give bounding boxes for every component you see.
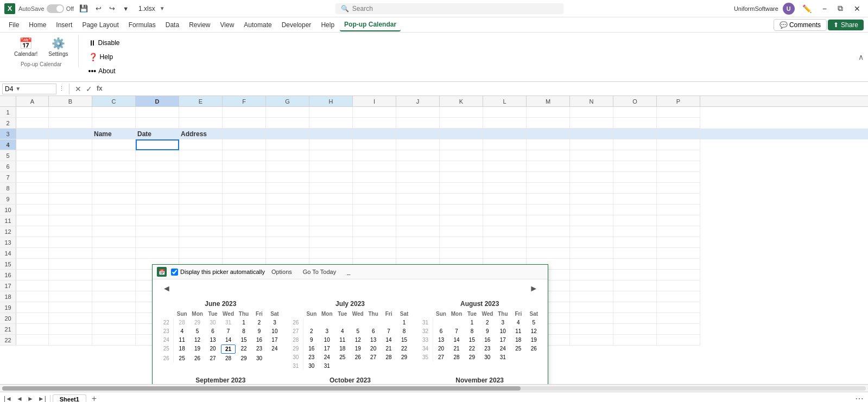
menu-automate[interactable]: Automate xyxy=(239,19,276,31)
col-header-i[interactable]: I xyxy=(353,96,396,106)
row-num-3[interactable]: 3 xyxy=(0,129,16,139)
cell-d1[interactable] xyxy=(136,107,179,118)
more-options-icon[interactable]: ⋮ xyxy=(59,85,65,92)
cell-j3[interactable] xyxy=(396,129,440,139)
col-header-f[interactable]: F xyxy=(223,96,266,106)
cell-a1[interactable] xyxy=(16,107,49,118)
cell-d3[interactable]: Date xyxy=(136,129,179,139)
cell-a3[interactable] xyxy=(16,129,49,139)
nav-next-sheet[interactable]: ► xyxy=(26,395,35,403)
menu-review[interactable]: Review xyxy=(185,19,214,31)
help-button[interactable]: ❓ Help xyxy=(85,51,123,63)
col-header-a[interactable]: A xyxy=(16,96,49,106)
menu-page-layout[interactable]: Page Layout xyxy=(78,19,123,31)
col-header-c[interactable]: C xyxy=(92,96,136,106)
menu-popup-calendar[interactable]: Pop-up Calendar xyxy=(340,18,401,31)
menu-file[interactable]: File xyxy=(4,19,23,31)
cell-j2[interactable] xyxy=(396,118,440,129)
cell-c2[interactable] xyxy=(92,118,136,129)
col-header-k[interactable]: K xyxy=(440,96,483,106)
col-header-m[interactable]: M xyxy=(527,96,570,106)
user-avatar[interactable]: U xyxy=(783,3,795,15)
today-cell-june[interactable]: 21 xyxy=(221,344,236,354)
calendar-button[interactable]: 📅 Calendar! xyxy=(11,35,41,59)
menu-developer[interactable]: Developer xyxy=(277,19,316,31)
share-button[interactable]: ⬆ Share xyxy=(828,20,864,30)
cell-i1[interactable] xyxy=(353,107,396,118)
cell-e3[interactable]: Address xyxy=(179,129,223,139)
prev-month-button[interactable]: ◄ xyxy=(159,284,174,293)
quick-access-more[interactable]: ▼ xyxy=(121,4,131,13)
cell-n3[interactable] xyxy=(570,129,613,139)
display-auto-input[interactable] xyxy=(171,269,178,276)
cell-c4[interactable] xyxy=(92,139,136,150)
cell-p3[interactable] xyxy=(657,129,700,139)
menu-home[interactable]: Home xyxy=(24,19,50,31)
cell-n1[interactable] xyxy=(570,107,613,118)
cell-m3[interactable] xyxy=(527,129,570,139)
col-header-l[interactable]: L xyxy=(483,96,527,106)
comments-button[interactable]: 💬 Comments xyxy=(774,19,827,31)
cell-m1[interactable] xyxy=(527,107,570,118)
minimize-picker-button[interactable]: _ xyxy=(343,267,354,276)
about-button[interactable]: ••• About xyxy=(85,65,123,77)
col-header-h[interactable]: H xyxy=(309,96,353,106)
pen-icon[interactable]: ✏️ xyxy=(799,2,815,15)
search-input[interactable] xyxy=(352,5,558,12)
cell-l1[interactable] xyxy=(483,107,527,118)
row-num-2[interactable]: 2 xyxy=(0,118,16,129)
cell-k1[interactable] xyxy=(440,107,483,118)
col-header-d[interactable]: D xyxy=(136,96,179,106)
cell-o1[interactable] xyxy=(613,107,657,118)
confirm-icon[interactable]: ✓ xyxy=(85,85,93,93)
cell-k4[interactable] xyxy=(440,139,483,150)
cell-k2[interactable] xyxy=(440,118,483,129)
cell-e1[interactable] xyxy=(179,107,223,118)
add-sheet-button[interactable]: + xyxy=(87,393,101,403)
name-box[interactable]: D4 ▼ xyxy=(2,84,56,94)
cell-a2[interactable] xyxy=(16,118,49,129)
cell-h4[interactable] xyxy=(309,139,353,150)
col-header-b[interactable]: B xyxy=(49,96,92,106)
save-button[interactable]: 💾 xyxy=(77,3,90,14)
minimize-button[interactable]: − xyxy=(819,2,830,15)
cell-g3[interactable] xyxy=(266,129,309,139)
cell-f2[interactable] xyxy=(223,118,266,129)
cell-l2[interactable] xyxy=(483,118,527,129)
cell-n2[interactable] xyxy=(570,118,613,129)
cell-o2[interactable] xyxy=(613,118,657,129)
cell-b1[interactable] xyxy=(49,107,92,118)
cell-l3[interactable] xyxy=(483,129,527,139)
menu-data[interactable]: Data xyxy=(161,19,183,31)
scroll-track[interactable] xyxy=(2,386,866,391)
cell-i2[interactable] xyxy=(353,118,396,129)
menu-formulas[interactable]: Formulas xyxy=(124,19,160,31)
name-box-chevron[interactable]: ▼ xyxy=(15,86,21,92)
col-header-p[interactable]: P xyxy=(657,96,700,106)
col-header-o[interactable]: O xyxy=(613,96,657,106)
cell-e2[interactable] xyxy=(179,118,223,129)
cell-f3[interactable] xyxy=(223,129,266,139)
cell-d4[interactable]: 📅 xyxy=(136,139,179,150)
menu-insert[interactable]: Insert xyxy=(52,19,77,31)
cancel-icon[interactable]: ✕ xyxy=(74,85,83,93)
col-header-j[interactable]: J xyxy=(396,96,440,106)
cell-h3[interactable] xyxy=(309,129,353,139)
cell-g4[interactable] xyxy=(266,139,309,150)
disable-button[interactable]: ⏸ Disable xyxy=(85,37,123,49)
nav-first-sheet[interactable]: |◄ xyxy=(2,395,14,403)
function-icon[interactable]: fx xyxy=(96,85,104,93)
cell-f1[interactable] xyxy=(223,107,266,118)
next-month-button[interactable]: ► xyxy=(526,284,541,293)
col-header-g[interactable]: G xyxy=(266,96,309,106)
cell-b4[interactable] xyxy=(49,139,92,150)
cell-b3[interactable] xyxy=(49,129,92,139)
settings-button[interactable]: ⚙️ Settings xyxy=(45,35,71,59)
restore-button[interactable]: ⧉ xyxy=(834,2,846,15)
cell-h1[interactable] xyxy=(309,107,353,118)
row-num-1[interactable]: 1 xyxy=(0,107,16,118)
cell-i4[interactable] xyxy=(353,139,396,150)
cell-h2[interactable] xyxy=(309,118,353,129)
cell-b2[interactable] xyxy=(49,118,92,129)
nav-last-sheet[interactable]: ►| xyxy=(36,395,48,403)
